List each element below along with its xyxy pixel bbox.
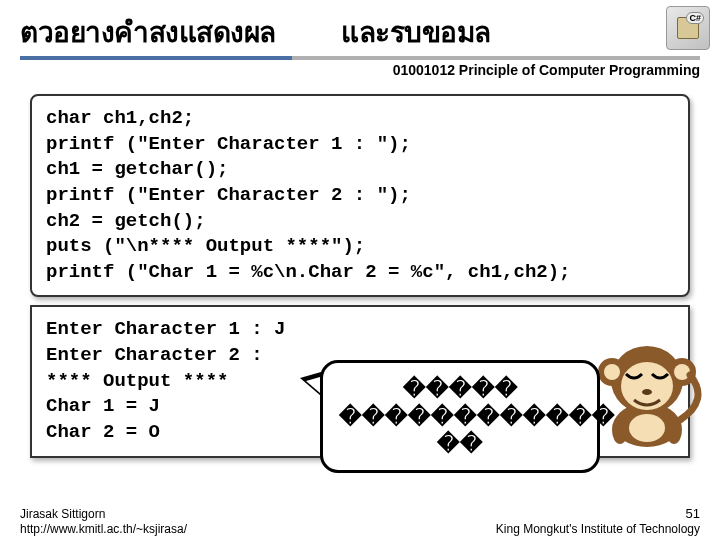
slide-header: ตวอยางคำสงแสดงผล และรบขอมล: [0, 0, 720, 54]
svg-point-7: [642, 389, 652, 395]
bubble-line: �����: [339, 375, 581, 403]
monkey-cartoon-icon: [592, 330, 702, 450]
institute-name: King Mongkut's Institute of Technology: [496, 522, 700, 538]
code-block: char ch1,ch2; printf ("Enter Character 1…: [30, 94, 690, 297]
bubble-line: ������������: [339, 403, 581, 431]
code-line: printf ("Enter Character 1 : ");: [46, 132, 674, 158]
code-line: printf ("Enter Character 2 : ");: [46, 183, 674, 209]
title-right: และรบขอมล: [341, 17, 491, 48]
code-line: ch1 = getchar();: [46, 157, 674, 183]
slide-footer: Jirasak Sittigorn http://www.kmitl.ac.th…: [0, 502, 720, 540]
footer-right: 51 King Mongkut's Institute of Technolog…: [496, 506, 700, 538]
title-left: ตวอยางคำสงแสดงผล: [20, 17, 276, 48]
page-number: 51: [496, 506, 700, 523]
corner-badge-icon: [666, 6, 710, 50]
speech-bubble: ����� ������������ ��: [320, 360, 600, 473]
code-line: ch2 = getch();: [46, 209, 674, 235]
slide-title: ตวอยางคำสงแสดงผล และรบขอมล: [20, 10, 700, 54]
svg-point-4: [604, 364, 620, 380]
code-line: puts ("\n**** Output ****");: [46, 234, 674, 260]
code-line: printf ("Char 1 = %c\n.Char 2 = %c", ch1…: [46, 260, 674, 286]
course-subtitle: 01001012 Principle of Computer Programmi…: [0, 60, 720, 86]
author-name: Jirasak Sittigorn: [20, 507, 187, 523]
csharp-icon: [677, 17, 699, 39]
svg-point-6: [621, 362, 673, 410]
bubble-line: ��: [339, 430, 581, 458]
author-url: http://www.kmitl.ac.th/~ksjirasa/: [20, 522, 187, 538]
code-line: char ch1,ch2;: [46, 106, 674, 132]
footer-left: Jirasak Sittigorn http://www.kmitl.ac.th…: [20, 507, 187, 538]
svg-point-8: [629, 414, 665, 442]
